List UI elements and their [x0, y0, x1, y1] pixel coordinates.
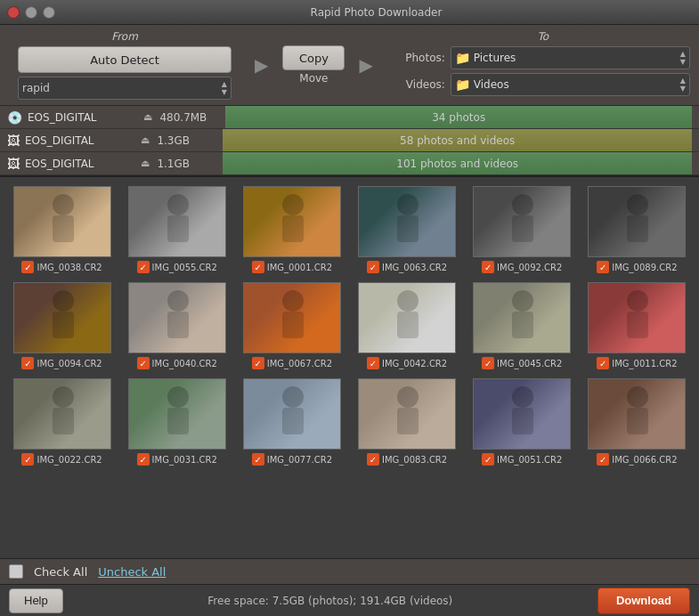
- photo-item[interactable]: ✓IMG_0094.CR2: [9, 282, 115, 369]
- svg-point-22: [627, 290, 648, 312]
- free-space-text: Free space: 7.5GB (photos); 191.4GB (vid…: [72, 595, 589, 607]
- photo-item[interactable]: ✓IMG_0089.CR2: [584, 186, 690, 273]
- close-button[interactable]: [7, 6, 20, 19]
- svg-rect-5: [282, 215, 304, 242]
- photo-item[interactable]: ✓IMG_0066.CR2: [584, 378, 690, 466]
- device-info-2: 58 photos and videos: [223, 129, 692, 151]
- photo-checkbox[interactable]: ✓: [597, 357, 609, 369]
- photo-label: ✓IMG_0051.CR2: [482, 453, 562, 466]
- photo-item[interactable]: ✓IMG_0077.CR2: [239, 378, 345, 466]
- photo-checkbox[interactable]: ✓: [137, 453, 150, 466]
- photo-item[interactable]: ✓IMG_0042.CR2: [354, 282, 459, 369]
- device-row[interactable]: 🖼 EOS_DIGITAL ⏏ 1.3GB 58 photos and vide…: [0, 129, 699, 152]
- photo-checkbox[interactable]: ✓: [367, 357, 379, 369]
- help-button[interactable]: Help: [9, 588, 63, 613]
- svg-point-12: [53, 290, 74, 312]
- photo-thumbnail: [243, 282, 341, 353]
- photo-filename: IMG_0055.CR2: [152, 263, 217, 272]
- photo-checkbox[interactable]: ✓: [597, 453, 609, 466]
- photos-dropdown[interactable]: 📁 Pictures ▲ ▼: [451, 46, 690, 69]
- maximize-button[interactable]: [43, 6, 55, 19]
- photo-item[interactable]: ✓IMG_0040.CR2: [124, 282, 230, 369]
- eject-icon-3[interactable]: ⏏: [141, 158, 150, 169]
- photo-checkbox[interactable]: ✓: [21, 261, 34, 273]
- svg-rect-29: [282, 408, 304, 434]
- photo-filename: IMG_0045.CR2: [497, 359, 562, 369]
- svg-point-28: [282, 386, 304, 408]
- photo-label: ✓IMG_0089.CR2: [597, 261, 677, 273]
- photo-item[interactable]: ✓IMG_0067.CR2: [239, 282, 345, 369]
- device-info-3: 101 photos and videos: [223, 152, 692, 174]
- photo-checkbox[interactable]: ✓: [21, 453, 34, 466]
- photo-label: ✓IMG_0067.CR2: [252, 357, 332, 369]
- svg-rect-13: [53, 312, 74, 338]
- photo-checkbox[interactable]: ✓: [137, 261, 150, 273]
- photo-checkbox[interactable]: ✓: [597, 261, 609, 273]
- photo-checkbox[interactable]: ✓: [482, 261, 494, 273]
- photo-item[interactable]: ✓IMG_0011.CR2: [584, 282, 690, 369]
- svg-point-2: [167, 194, 189, 215]
- folder-icon-2: 📁: [455, 77, 470, 92]
- photo-filename: IMG_0063.CR2: [382, 263, 447, 272]
- photo-checkbox[interactable]: ✓: [482, 357, 494, 369]
- photo-checkbox[interactable]: ✓: [482, 453, 494, 466]
- photo-filename: IMG_0094.CR2: [37, 359, 102, 369]
- svg-point-26: [167, 386, 189, 408]
- photo-item[interactable]: ✓IMG_0045.CR2: [469, 282, 575, 369]
- photo-checkbox[interactable]: ✓: [252, 261, 264, 273]
- photo-item[interactable]: ✓IMG_0055.CR2: [124, 186, 230, 273]
- device-size-2: 1.3GB: [157, 134, 219, 147]
- photo-item[interactable]: ✓IMG_0001.CR2: [239, 186, 345, 273]
- check-all-checkbox[interactable]: [9, 564, 23, 579]
- eject-icon-1[interactable]: ⏏: [143, 111, 152, 123]
- photo-item[interactable]: ✓IMG_0083.CR2: [354, 378, 459, 466]
- auto-detect-button[interactable]: Auto Detect: [18, 46, 232, 73]
- videos-arrows: ▲ ▼: [680, 77, 686, 93]
- device-icon-1: 💿: [7, 110, 22, 125]
- videos-value: Videos: [474, 78, 680, 91]
- photo-checkbox[interactable]: ✓: [21, 357, 34, 369]
- photo-checkbox[interactable]: ✓: [367, 453, 379, 466]
- device-info-1: 34 photos: [225, 106, 692, 128]
- source-value: rapid: [22, 82, 50, 94]
- check-all-label[interactable]: Check All: [34, 565, 87, 579]
- photo-thumbnail: [473, 378, 571, 450]
- svg-rect-19: [397, 312, 419, 338]
- photo-item[interactable]: ✓IMG_0038.CR2: [9, 186, 115, 273]
- device-row[interactable]: 🖼 EOS_DIGITAL ⏏ 1.1GB 101 photos and vid…: [0, 152, 699, 175]
- minimize-button[interactable]: [25, 6, 37, 19]
- uncheck-all-label[interactable]: Uncheck All: [98, 565, 166, 579]
- photo-item[interactable]: ✓IMG_0022.CR2: [9, 378, 115, 466]
- svg-rect-21: [512, 312, 533, 338]
- device-row[interactable]: 💿 EOS_DIGITAL ⏏ 480.7MB 34 photos: [0, 106, 699, 129]
- photo-item[interactable]: ✓IMG_0063.CR2: [354, 186, 459, 273]
- photo-thumbnail: [243, 378, 341, 450]
- photo-thumbnail: [128, 282, 226, 353]
- photos-row: Photos: 📁 Pictures ▲ ▼: [396, 46, 690, 69]
- svg-rect-25: [53, 408, 74, 434]
- photo-filename: IMG_0011.CR2: [612, 359, 677, 369]
- photo-checkbox[interactable]: ✓: [252, 453, 264, 466]
- photo-filename: IMG_0067.CR2: [267, 359, 332, 369]
- footer: Help Free space: 7.5GB (photos); 191.4GB…: [0, 584, 699, 616]
- photo-grid: ✓IMG_0038.CR2 ✓IMG_0055.CR2 ✓IMG_0001.CR…: [9, 186, 690, 466]
- videos-dropdown[interactable]: 📁 Videos ▲ ▼: [451, 73, 690, 96]
- svg-rect-9: [512, 215, 533, 242]
- photo-item[interactable]: ✓IMG_0031.CR2: [124, 378, 230, 466]
- photo-filename: IMG_0040.CR2: [152, 359, 217, 369]
- photo-checkbox[interactable]: ✓: [367, 261, 379, 273]
- photo-checkbox[interactable]: ✓: [137, 357, 150, 369]
- photo-label: ✓IMG_0022.CR2: [21, 453, 102, 466]
- photo-checkbox[interactable]: ✓: [252, 357, 264, 369]
- photo-thumbnail: [473, 186, 571, 257]
- photo-filename: IMG_0083.CR2: [382, 455, 447, 465]
- photo-item[interactable]: ✓IMG_0092.CR2: [469, 186, 575, 273]
- copy-button[interactable]: Copy: [282, 45, 345, 70]
- download-button[interactable]: Download: [597, 588, 690, 614]
- photo-grid-container[interactable]: ✓IMG_0038.CR2 ✓IMG_0055.CR2 ✓IMG_0001.CR…: [0, 177, 699, 558]
- device-size-1: 480.7MB: [159, 111, 222, 124]
- svg-rect-1: [53, 215, 74, 242]
- source-dropdown[interactable]: rapid ▲ ▼: [18, 77, 232, 100]
- photo-item[interactable]: ✓IMG_0051.CR2: [469, 378, 575, 466]
- eject-icon-2[interactable]: ⏏: [141, 134, 150, 146]
